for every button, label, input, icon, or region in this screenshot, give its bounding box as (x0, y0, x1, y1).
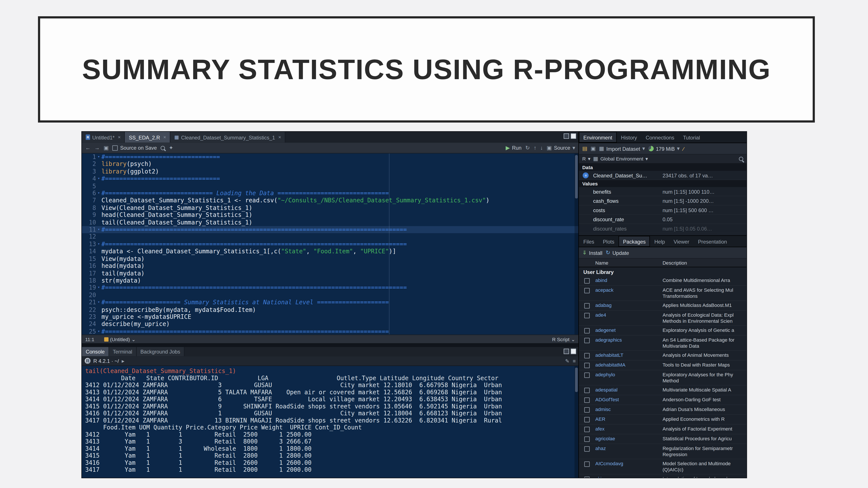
cursor-position[interactable]: 11:1 (85, 336, 94, 342)
package-link[interactable]: AICcmodavg (595, 461, 662, 466)
console-scrollbar-thumb[interactable] (575, 368, 578, 392)
package-checkbox[interactable] (584, 477, 590, 478)
package-link[interactable]: akima (595, 476, 662, 478)
menu-icon[interactable]: ≡ (573, 358, 576, 364)
package-link[interactable]: abind (595, 278, 662, 283)
editor-scrollbar-thumb[interactable] (575, 155, 578, 198)
close-icon[interactable]: × (163, 134, 166, 140)
environment-tab[interactable]: History (617, 132, 641, 143)
minimize-pane-button[interactable] (564, 133, 569, 139)
minimize-pane-button[interactable] (564, 349, 569, 354)
down-icon[interactable]: ↓ (540, 145, 543, 151)
fold-arrow-icon[interactable]: ▾ (96, 190, 101, 197)
session-arrow-icon[interactable]: ▸ (122, 358, 125, 363)
console-tab[interactable]: Terminal (109, 347, 136, 356)
package-link[interactable]: adephylo (595, 372, 662, 378)
open-folder-icon[interactable]: ▤ (582, 146, 587, 152)
rerun-icon[interactable]: ↻ (525, 145, 530, 151)
search-icon[interactable] (161, 145, 165, 150)
maximize-pane-button[interactable] (571, 349, 576, 354)
package-checkbox[interactable] (584, 278, 590, 284)
package-link[interactable]: admisc (595, 407, 662, 412)
env-row[interactable]: benefitsnum [1:15] 1000 110… (579, 187, 746, 196)
package-checkbox[interactable] (584, 338, 590, 343)
chunk-selector[interactable]: (Untitled) ⌄ (104, 336, 135, 342)
env-row[interactable]: discount_ratesnum [1:5] 0.05 0.06… (579, 224, 746, 233)
package-checkbox[interactable] (584, 288, 590, 293)
package-link[interactable]: adegenet (595, 327, 662, 333)
fold-arrow-icon[interactable]: ▾ (96, 299, 101, 306)
language-selector[interactable]: R ▾ (582, 156, 590, 162)
editor-tab[interactable]: ▦Cleaned_Dataset_Summary_Statistics_1× (170, 132, 286, 143)
package-checkbox[interactable] (584, 436, 590, 442)
package-checkbox[interactable] (584, 461, 590, 467)
package-checkbox[interactable] (584, 328, 590, 333)
console-tab[interactable]: Console (82, 347, 109, 356)
console-scrollbar[interactable] (575, 366, 579, 478)
packages-tab[interactable]: Viewer (669, 236, 693, 247)
install-button[interactable]: ⇓ Install (582, 250, 602, 256)
env-row[interactable]: discount_rate0.05 (579, 215, 746, 224)
package-checkbox[interactable] (584, 303, 590, 308)
fold-arrow-icon[interactable]: ▾ (96, 284, 101, 292)
pencil-icon[interactable]: ✎ (565, 358, 569, 364)
package-checkbox[interactable] (584, 407, 590, 413)
pane-separator[interactable] (82, 343, 579, 347)
package-checkbox[interactable] (584, 388, 590, 393)
save-icon[interactable]: ▣ (591, 146, 596, 152)
memory-usage-button[interactable]: 179 MiB ▾ (648, 145, 680, 152)
env-row[interactable]: costsnum [1:15] 500 600 … (579, 206, 746, 215)
forward-icon[interactable]: → (94, 145, 100, 151)
update-button[interactable]: ↻ Update (606, 250, 629, 256)
editor-scrollbar[interactable] (575, 154, 579, 335)
package-checkbox[interactable] (584, 363, 590, 368)
import-dataset-button[interactable]: ▦ Import Dataset ▾ (599, 145, 645, 152)
package-checkbox[interactable] (584, 446, 590, 452)
close-icon[interactable]: × (118, 134, 121, 140)
r-version-path[interactable]: R 4.2.1 · ~/ (93, 358, 119, 364)
search-icon[interactable] (739, 157, 743, 161)
package-link[interactable]: afex (595, 426, 662, 432)
package-link[interactable]: ahaz (595, 446, 662, 451)
package-link[interactable]: adegraphics (595, 337, 662, 343)
code-editor[interactable]: 1▾#================================2libr… (82, 154, 579, 335)
editor-tab[interactable]: SS_EDA_2.R× (125, 132, 170, 143)
environment-tab[interactable]: Connections (641, 132, 679, 143)
save-icon[interactable]: ▣ (104, 145, 109, 151)
package-link[interactable]: adehabitatMA (595, 362, 662, 368)
up-icon[interactable]: ↑ (534, 145, 536, 151)
fold-arrow-icon[interactable]: ▾ (96, 154, 101, 161)
column-description[interactable]: Description (662, 260, 746, 265)
clear-broom-icon[interactable]: ∕ (683, 145, 684, 152)
package-link[interactable]: adespatial (595, 387, 662, 393)
packages-tab[interactable]: Plots (598, 236, 619, 247)
source-on-save-checkbox[interactable] (113, 145, 118, 151)
fold-arrow-icon[interactable]: ▾ (96, 226, 101, 234)
console-output[interactable]: tail(Cleaned_Dataset_Summary_Statistics_… (82, 366, 579, 478)
package-link[interactable]: agricolae (595, 436, 662, 442)
package-checkbox[interactable] (584, 313, 590, 318)
editor-tab[interactable]: RUntitled1*× (82, 132, 125, 143)
packages-tab[interactable]: Presentation (693, 236, 731, 247)
env-row[interactable]: ≡Cleaned_Dataset_Su…23417 obs. of 17 va… (579, 171, 746, 180)
package-link[interactable]: acepack (595, 287, 662, 293)
fold-arrow-icon[interactable]: ▾ (96, 241, 101, 248)
back-icon[interactable]: ← (85, 145, 91, 151)
env-row[interactable]: cash_flowsnum [1:5] -1000 200… (579, 196, 746, 206)
package-link[interactable]: ADGofTest (595, 397, 662, 402)
environment-tab[interactable]: Tutorial (679, 132, 704, 143)
fold-arrow-icon[interactable]: ▾ (96, 175, 101, 183)
code-tools-icon[interactable]: ✦ (169, 145, 174, 151)
run-button[interactable]: ▶ Run (506, 145, 522, 151)
package-checkbox[interactable] (584, 372, 590, 378)
column-name[interactable]: Name (579, 260, 662, 265)
scope-selector[interactable]: ▦ Global Environment ▾ (593, 156, 648, 162)
console-tab[interactable]: Background Jobs (136, 347, 184, 356)
source-on-save-toggle[interactable]: Source on Save (113, 145, 157, 151)
filetype-selector[interactable]: R Script ⌄ (552, 336, 575, 342)
packages-tab[interactable]: Help (650, 236, 669, 247)
package-checkbox[interactable] (584, 397, 590, 403)
maximize-pane-button[interactable] (571, 133, 576, 139)
package-checkbox[interactable] (584, 353, 590, 359)
fold-arrow-icon[interactable]: ▾ (96, 328, 101, 335)
